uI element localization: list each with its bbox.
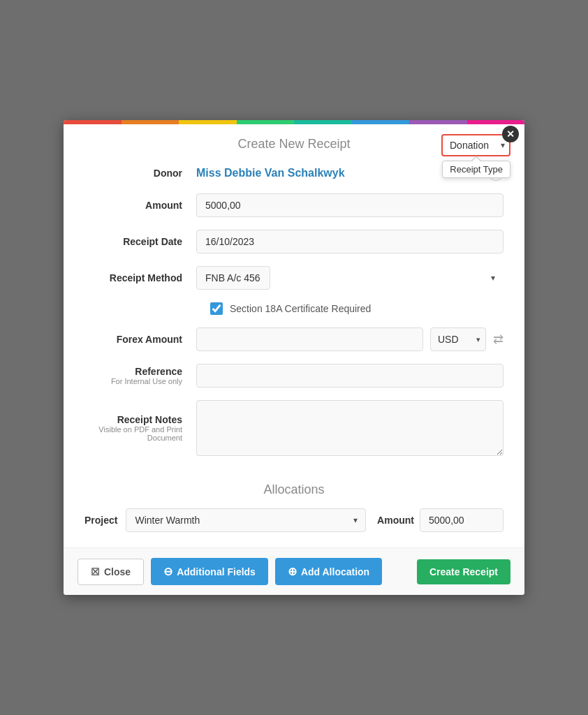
currency-select-wrapper: USD EUR GBP ZAR — [430, 327, 486, 351]
receipt-type-container: Donation — [441, 134, 510, 156]
donor-row: Donor Miss Debbie Van Schalkwyk ✕ — [84, 165, 504, 181]
modal-header: Create New Receipt Donation Receipt Type — [64, 124, 524, 159]
currency-select[interactable]: USD EUR GBP ZAR — [430, 327, 486, 351]
modal-overlay: ✕ Create New Receipt Donation Receipt Ty… — [0, 0, 588, 715]
receipt-notes-textarea[interactable] — [196, 400, 504, 456]
modal-close-button[interactable]: ✕ — [502, 126, 519, 142]
receipt-notes-row: Receipt Notes Visible on PDF and Print D… — [84, 400, 504, 456]
reference-row: Reference For Internal Use only — [84, 364, 504, 388]
exchange-icon[interactable]: ⇄ — [493, 332, 504, 347]
modal-body: Donor Miss Debbie Van Schalkwyk ✕ Amount… — [64, 159, 524, 482]
modal-footer: ☒ Close ⊖ Additional Fields ⊕ Add Alloca… — [64, 547, 524, 595]
receipt-type-tooltip: Receipt Type — [442, 161, 510, 178]
allocations-section: Allocations Project Winter Warmth Summer… — [64, 482, 524, 547]
forex-label: Forex Amount — [84, 334, 196, 345]
forex-amount-input[interactable] — [196, 327, 423, 351]
reference-label: Reference For Internal Use only — [84, 366, 196, 385]
close-button[interactable]: ☒ Close — [78, 559, 144, 585]
allocation-amount-input[interactable] — [420, 508, 504, 532]
add-allocation-button[interactable]: ⊕ Add Allocation — [275, 558, 382, 585]
allocation-amount-label: Amount — [377, 515, 414, 526]
project-select-wrapper: Winter Warmth Summer Aid Education Fund — [126, 508, 366, 532]
amount-label: Amount — [84, 200, 196, 211]
section18a-label: Section 18A Certificate Required — [230, 303, 371, 314]
receipt-date-label: Receipt Date — [84, 236, 196, 247]
section18a-row: Section 18A Certificate Required — [84, 302, 504, 315]
additional-fields-label: Additional Fields — [177, 566, 256, 577]
additional-fields-button[interactable]: ⊖ Additional Fields — [151, 558, 268, 585]
receipt-type-wrapper: Donation Receipt Type — [441, 134, 510, 178]
project-select[interactable]: Winter Warmth Summer Aid Education Fund — [126, 508, 366, 532]
add-allocation-label: Add Allocation — [301, 566, 369, 577]
create-receipt-modal: ✕ Create New Receipt Donation Receipt Ty… — [64, 120, 524, 595]
receipt-type-select[interactable]: Donation — [441, 134, 510, 156]
donor-label: Donor — [84, 168, 196, 179]
add-allocation-icon: ⊕ — [288, 565, 297, 578]
receipt-method-wrapper: FNB A/c 456 Cash Credit Card EFT — [196, 266, 504, 290]
create-receipt-button[interactable]: Create Receipt — [417, 559, 510, 584]
receipt-method-select[interactable]: FNB A/c 456 Cash Credit Card EFT — [196, 266, 270, 290]
donor-name: Miss Debbie Van Schalkwyk — [196, 167, 481, 179]
reference-input[interactable] — [196, 364, 504, 388]
close-icon: ☒ — [91, 566, 100, 577]
close-label: Close — [104, 566, 131, 577]
receipt-date-input[interactable] — [196, 230, 504, 253]
amount-row: Amount — [84, 193, 504, 217]
allocations-title: Allocations — [84, 482, 504, 497]
receipt-notes-label: Receipt Notes Visible on PDF and Print D… — [84, 414, 196, 442]
receipt-method-label: Receipt Method — [84, 272, 196, 283]
receipt-date-row: Receipt Date — [84, 230, 504, 253]
allocation-row: Project Winter Warmth Summer Aid Educati… — [84, 508, 504, 532]
create-receipt-label: Create Receipt — [429, 566, 498, 577]
forex-row: Forex Amount USD EUR GBP ZAR ⇄ — [84, 327, 504, 351]
amount-input[interactable] — [196, 193, 504, 217]
additional-fields-icon: ⊖ — [163, 565, 172, 578]
section18a-checkbox[interactable] — [210, 302, 223, 315]
project-label: Project — [84, 515, 117, 526]
receipt-method-row: Receipt Method FNB A/c 456 Cash Credit C… — [84, 266, 504, 290]
